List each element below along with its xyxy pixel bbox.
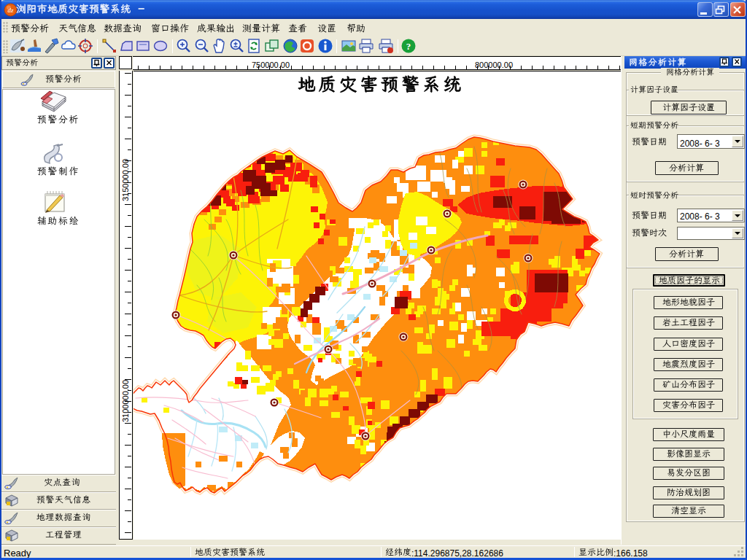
svg-text:dz: dz <box>7 7 14 14</box>
svg-text:?: ? <box>406 41 411 52</box>
